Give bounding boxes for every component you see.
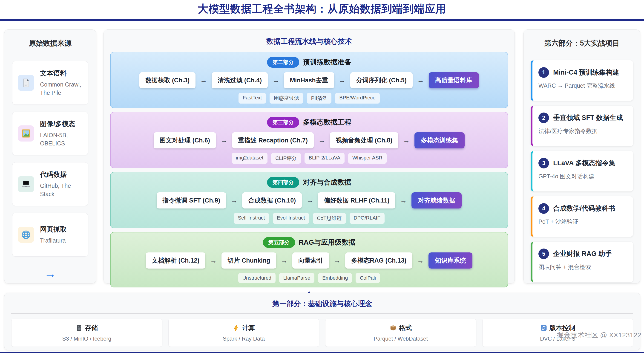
arrow-icon: → [306, 197, 313, 204]
flow-node: 向量索引 [292, 252, 329, 268]
project-subtitle: WARC → Parquet 完整流水线 [538, 82, 627, 90]
source-title: 网页抓取 [40, 225, 67, 234]
tech-tag: DPO/RLAIF [350, 213, 384, 224]
flow-result-node: 高质量语料库 [429, 72, 479, 88]
section-title: 预训练数据准备 [303, 58, 351, 67]
foundation-card-storage: 存储 S3 / MinIO / Iceberg [11, 319, 162, 347]
section-title: 对齐与合成数据 [303, 178, 351, 187]
pipeline-section-pretrain: 第二部分 预训练数据准备 数据获取 (Ch.3) → 清洗过滤 (Ch.4) →… [110, 52, 508, 108]
section-title: 多模态数据工程 [303, 118, 351, 127]
source-text: 图像/多模态 LAION-5B, OBELICS [40, 119, 82, 148]
flow-node: 数据获取 (Ch.3) [140, 72, 196, 88]
document-icon [18, 75, 34, 91]
project-number-badge: 3 [538, 158, 549, 168]
right-arrow-icon: → [4, 267, 96, 280]
project-number-badge: 2 [538, 113, 549, 123]
tech-tag: LlamaParse [279, 273, 314, 283]
flow-result-node: 多模态训练集 [414, 132, 464, 148]
page-title: 大模型数据工程全书架构：从原始数据到端到端应用 [0, 2, 644, 16]
foundation-card-compute: 计算 Spark / Ray Data [168, 319, 320, 347]
section-badge-row: 第五部分 RAG与应用级数据 [113, 237, 505, 248]
flow-row: 文档解析 (Ch.12) → 切片 Chunking → 向量索引 → 多模态R… [113, 252, 505, 268]
foundation-title-row: 存储 [76, 323, 98, 332]
section-badge-row: 第二部分 预训练数据准备 [113, 57, 505, 68]
globe-icon [18, 227, 34, 243]
source-text: 代码数据 GitHub, The Stack [40, 170, 82, 198]
project-card-mini-c4: 1 Mini-C4 预训练集构建 WARC → Parquet 完整流水线 [530, 60, 633, 101]
tag-row: FastText 困惑度过滤 PII清洗 BPE/WordPiece [113, 93, 505, 104]
tag-row: Self-Instruct Evol-Instruct CoT思维链 DPO/R… [113, 213, 505, 224]
project-subtitle: 图表问答 + 混合检索 [538, 263, 627, 271]
tech-tag: ColPali [356, 273, 380, 283]
bottom-accent-bar [0, 351, 644, 353]
foundation-subtitle: S3 / MinIO / Iceberg [62, 335, 111, 342]
foundation-title: 格式 [399, 323, 412, 332]
raw-data-sources-panel: 原始数据来源 文本语料 Common Crawl, The Pile 图像/多模… [4, 30, 96, 283]
part-badge: 第四部分 [267, 177, 299, 188]
tech-tag: Self-Instruct [234, 213, 269, 224]
pipeline-header: 数据工程流水线与核心技术 [104, 30, 514, 46]
flow-node: 合成数据 (Ch.10) [242, 192, 302, 208]
project-subtitle: GPT-4o 图文对话构建 [538, 173, 627, 180]
pipeline-section-multimodal: 第三部分 多模态数据工程 图文对处理 (Ch.6) → 重描述 Recaptio… [110, 112, 508, 168]
project-title: LLaVA 多模态指令集 [553, 159, 616, 168]
project-card-vertical-sft: 2 垂直领域 SFT 数据生成 法律/医疗专家指令数据 [530, 106, 633, 146]
tech-tag: CLIP评分 [271, 153, 301, 164]
flow-node: 指令微调 SFT (Ch.9) [157, 192, 226, 208]
arrow-icon: → [210, 257, 217, 264]
flow-node: MinHash去重 [284, 72, 334, 88]
foundation-title: 存储 [85, 323, 98, 332]
foundation-card-format: 格式 Parquet / WebDataset [325, 319, 476, 347]
source-subtitle: GitHub, The Stack [40, 182, 82, 198]
arrow-icon: → [417, 257, 424, 264]
arrow-icon: → [339, 76, 346, 84]
project-title-row: 5 企业财报 RAG 助手 [538, 248, 627, 259]
version-control-icon [540, 324, 547, 331]
tech-tag: BLIP-2/LLaVA [304, 153, 344, 164]
project-title: 合成数学/代码教科书 [553, 204, 615, 213]
project-title: 企业财报 RAG 助手 [553, 249, 612, 258]
tag-row: img2dataset CLIP评分 BLIP-2/LLaVA Whisper … [113, 153, 505, 164]
laptop-icon [18, 176, 34, 192]
project-title-row: 2 垂直领域 SFT 数据生成 [538, 113, 627, 123]
source-card-image-multimodal: 图像/多模态 LAION-5B, OBELICS [12, 112, 88, 155]
package-icon [390, 324, 396, 331]
source-list: 文本语料 Common Crawl, The Pile 图像/多模态 LAION… [4, 54, 96, 257]
project-title: Mini-C4 预训练集构建 [553, 68, 619, 77]
infographic-root: 大模型数据工程全书架构：从原始数据到端到端应用 原始数据来源 文本语料 Comm… [0, 0, 644, 353]
flow-node: 重描述 Recaption (Ch.7) [232, 132, 314, 148]
source-subtitle: LAION-5B, OBELICS [40, 131, 82, 148]
arrow-icon: → [403, 136, 410, 144]
framed-picture-icon [18, 125, 34, 142]
project-title-row: 1 Mini-C4 预训练集构建 [538, 67, 627, 78]
foundation-title-row: 格式 [390, 323, 412, 332]
tech-tag: BPE/WordPiece [335, 93, 380, 104]
foundation-subtitle: Spark / Ray Data [223, 335, 265, 342]
flow-result-node: 知识库系统 [428, 252, 472, 268]
flow-result-node: 对齐就绪数据 [412, 192, 462, 208]
project-subtitle: 法律/医疗专家指令数据 [538, 127, 627, 135]
source-card-text-corpus: 文本语料 Common Crawl, The Pile [12, 61, 88, 105]
project-card-synthetic-textbook: 4 合成数学/代码教科书 PoT + 沙箱验证 [530, 196, 633, 237]
left-panel-header: 原始数据来源 [4, 30, 96, 48]
lightning-icon [233, 324, 240, 331]
flow-node: 文档解析 (Ch.12) [146, 252, 206, 268]
source-subtitle: Trafilatura [40, 236, 67, 245]
part-badge: 第五部分 [263, 237, 295, 248]
foundation-row: 存储 S3 / MinIO / Iceberg 计算 Spark / Ray D… [4, 314, 640, 347]
foundation-subtitle: Parquet / WebDataset [374, 335, 428, 342]
arrow-icon: → [272, 76, 279, 84]
flow-node: 视频音频处理 (Ch.8) [330, 132, 398, 148]
flow-node: 偏好数据 RLHF (Ch.11) [318, 192, 395, 208]
project-card-finance-rag: 5 企业财报 RAG 助手 图表问答 + 混合检索 [530, 242, 633, 282]
tech-tag: img2dataset [232, 153, 268, 164]
arrow-icon: → [220, 136, 228, 144]
flow-node: 多模态RAG (Ch.13) [345, 252, 412, 268]
project-number-badge: 1 [538, 67, 549, 78]
project-title: 垂直领域 SFT 数据生成 [553, 113, 623, 122]
flow-node: 图文对处理 (Ch.6) [154, 132, 216, 148]
source-card-web-scraping: 网页抓取 Trafilatura [12, 213, 88, 257]
arrow-icon: → [281, 257, 288, 264]
pipeline-section-rag: 第五部分 RAG与应用级数据 文档解析 (Ch.12) → 切片 Chunkin… [110, 232, 508, 287]
flow-row: 数据获取 (Ch.3) → 清洗过滤 (Ch.4) → MinHash去重 → … [113, 72, 505, 88]
